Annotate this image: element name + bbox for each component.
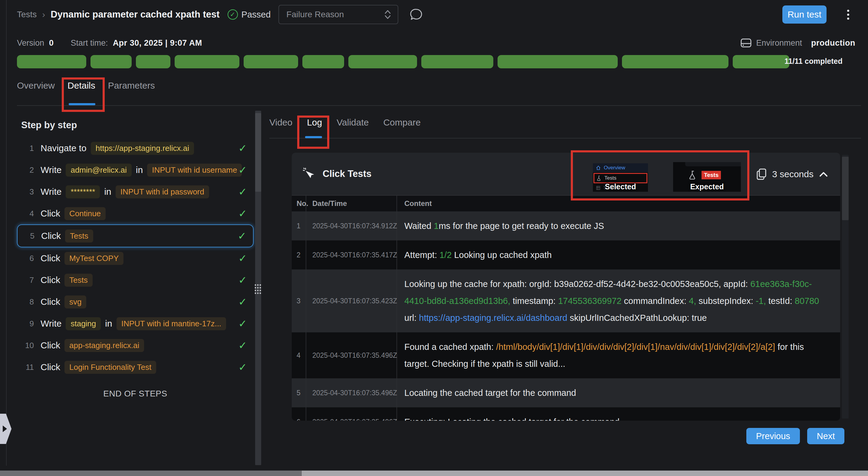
step-row-2[interactable]: 2Writeadmin@relicx.aiinINPUT with id use… [17, 159, 254, 181]
detail-tabs-divider [269, 138, 861, 138]
step-row-3[interactable]: 3Write********inINPUT with id password✓ [17, 181, 254, 203]
step-check-icon: ✓ [234, 230, 247, 242]
scrollbar-thumb[interactable] [255, 113, 261, 192]
previous-button[interactable]: Previous [746, 428, 800, 444]
kebab-menu-icon[interactable] [845, 8, 851, 22]
detail-tab-bar: VideoLogValidateCompare [269, 117, 421, 136]
step-row-8[interactable]: 8Clicksvg✓ [17, 291, 254, 313]
step-check-icon: ✓ [234, 142, 247, 154]
selected-screenshot-thumbnail[interactable]: Overview Tests Suites Selected [593, 163, 648, 192]
step-action-text: Navigate to [40, 143, 87, 153]
progress-segment [244, 55, 298, 68]
step-row-7[interactable]: 7ClickTests✓ [17, 269, 254, 291]
expected-screenshot-thumbnail[interactable]: Tests Expected [673, 162, 741, 192]
meta-row: Version 0 Start time: Apr 30, 2025 | 9:0… [17, 36, 855, 50]
detail-tab-compare[interactable]: Compare [383, 117, 421, 136]
detail-tab-video[interactable]: Video [269, 117, 292, 136]
chevron-up-icon[interactable] [819, 171, 828, 177]
cursor-click-icon [303, 167, 315, 180]
step-check-icon: ✓ [234, 317, 247, 330]
flask-icon [597, 176, 601, 181]
log-text-segment: commandIndex: [622, 296, 689, 306]
progress-segment [17, 55, 86, 68]
annotation-box-log [297, 115, 329, 149]
log-text-segment: Looking up cached xpath [452, 250, 552, 260]
step-action-text: Click [40, 362, 60, 372]
step-row-5[interactable]: 5ClickTests✓ [17, 225, 254, 247]
progress-segment [136, 55, 170, 68]
sidebar-expand-handle[interactable] [0, 414, 11, 444]
environment-group: Environment production [740, 37, 855, 48]
step-action-text: Write [40, 165, 61, 175]
left-edge-divider [6, 0, 7, 466]
horizontal-scrollbar-thumb[interactable] [0, 471, 302, 476]
log-row-content: Found a cached xpath: /html/body/div[1]/… [397, 332, 840, 378]
drag-handle-icon[interactable] [254, 284, 262, 294]
failure-reason-select[interactable]: Failure Reason [278, 5, 398, 24]
log-text-segment: 80780 [795, 296, 819, 306]
log-row-6: 62025-04-30T16:07:35.496ZExecuting: Loca… [292, 407, 840, 421]
progress-segment [733, 55, 789, 68]
step-number: 5 [22, 231, 34, 241]
progress-segment [302, 55, 344, 68]
step-action-text: in [104, 186, 111, 197]
command-header: Click Tests 3 seconds [292, 153, 840, 196]
step-target-chip: Tests [65, 230, 93, 242]
log-row-timestamp: 2025-04-30T16:07:35.496Z [306, 378, 397, 407]
log-row-number: 6 [292, 407, 306, 421]
step-number: 6 [21, 254, 34, 263]
step-action-text: Write [40, 318, 61, 329]
duration-text: 3 seconds [772, 169, 813, 179]
column-header-content: Content [397, 199, 840, 208]
step-action-text: Write [40, 186, 61, 197]
log-text-segment: substepIndex: [696, 296, 756, 306]
step-row-11[interactable]: 11ClickLogin Functionality Test✓ [17, 356, 254, 378]
step-target-chip: MyTest COPY [64, 252, 123, 265]
tab-parameters[interactable]: Parameters [108, 80, 155, 100]
log-row-content: Looking up the cache for xpath: orgId: b… [397, 269, 840, 332]
step-check-icon: ✓ [234, 274, 247, 286]
mini-header-band [685, 162, 741, 166]
horizontal-scrollbar[interactable] [0, 471, 868, 476]
step-check-icon: ✓ [234, 361, 247, 373]
step-number: 9 [21, 319, 34, 329]
log-text-segment: Looking up the cache for xpath: orgId: b… [404, 279, 750, 289]
progress-segment [421, 55, 493, 68]
next-button[interactable]: Next [807, 428, 845, 444]
step-action-text: Click [41, 231, 61, 241]
version-value: 0 [49, 38, 54, 48]
log-row-4: 42025-04-30T16:07:35.496ZFound a cached … [292, 332, 840, 378]
log-text-segment: 4, [689, 296, 696, 306]
log-row-number: 5 [292, 378, 306, 407]
step-row-6[interactable]: 6ClickMyTest COPY✓ [17, 247, 254, 269]
step-row-9[interactable]: 9WritestaginginINPUT with id mantine-17z… [17, 313, 254, 335]
mini-nav-tests: Tests [593, 173, 647, 183]
step-action-text: in [136, 165, 143, 175]
log-link[interactable]: https://app-staging.relicx.ai/dashboard [419, 313, 567, 323]
breadcrumb-tests[interactable]: Tests [17, 10, 37, 19]
start-time-label: Start time: [71, 38, 108, 48]
log-scrollbar[interactable] [842, 155, 849, 418]
detail-tab-validate[interactable]: Validate [337, 117, 369, 136]
step-row-1[interactable]: 1Navigate tohttps://app-staging.relicx.a… [17, 137, 254, 159]
failure-reason-placeholder: Failure Reason [286, 10, 344, 19]
step-number: 4 [21, 209, 34, 218]
log-row-timestamp: 2025-04-30T16:07:35.417Z [306, 240, 397, 269]
panel-resizer-scrollbar[interactable] [255, 111, 261, 465]
log-scrollbar-thumb[interactable] [842, 157, 849, 220]
step-target-chip: INPUT with id username [147, 164, 242, 177]
step-check-icon: ✓ [234, 339, 247, 351]
step-row-10[interactable]: 10Clickapp-staging.relicx.ai✓ [17, 335, 254, 356]
copy-icon[interactable] [756, 168, 767, 180]
tab-overview[interactable]: Overview [17, 80, 55, 100]
step-row-4[interactable]: 4ClickContinue✓ [17, 203, 254, 225]
step-target-chip: INPUT with id password [116, 185, 209, 198]
step-target-chip: svg [64, 296, 86, 308]
log-text-segment: skipUrlInCachedXPathLookup: true [567, 313, 707, 323]
log-row-number: 3 [292, 269, 306, 332]
step-number: 1 [21, 144, 34, 153]
status-text: Passed [242, 10, 271, 20]
comment-bubble-icon[interactable] [409, 7, 423, 22]
log-text-segment: Attempt: [404, 250, 439, 260]
run-test-button[interactable]: Run test [782, 5, 827, 24]
